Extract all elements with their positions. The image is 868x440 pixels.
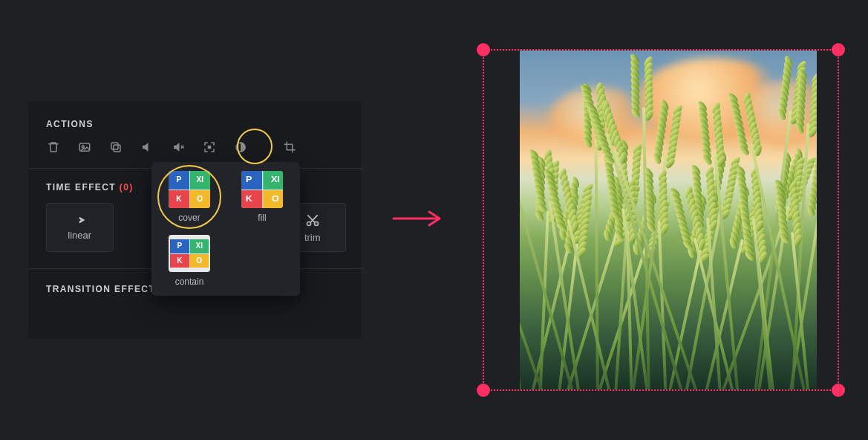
fit-option-contain[interactable]: PXI KO contain [160,235,218,287]
image-icon[interactable] [77,140,92,155]
svg-point-6 [307,221,310,225]
volume-icon[interactable] [140,140,154,155]
resize-handle-top-right[interactable] [832,43,845,56]
selection-rect[interactable] [483,49,839,391]
effect-trim-label: trim [304,232,321,243]
actions-heading: ACTIONS [46,119,346,129]
fit-contain-label: contain [175,276,204,287]
preview-canvas [472,40,849,400]
effect-linear[interactable]: linear [46,203,114,252]
trash-icon[interactable] [46,140,61,155]
fit-option-fill[interactable]: PXI KO fill [233,171,291,223]
svg-point-7 [314,221,318,225]
fit-cover-label: cover [178,213,200,223]
effect-linear-label: linear [68,230,91,241]
fit-icon[interactable] [202,140,217,155]
fit-mode-popover: PXI KO cover PXI KO fill PXI KO contain [151,162,300,296]
svg-rect-3 [111,143,118,149]
svg-rect-2 [114,145,120,152]
resize-handle-top-left[interactable] [477,43,490,56]
copy-icon[interactable] [108,140,123,155]
mute-icon[interactable] [171,140,186,155]
svg-rect-4 [209,146,211,149]
arrow-icon [392,210,444,230]
crop-icon[interactable] [282,140,297,155]
time-effect-label: TIME EFFECT [46,182,116,192]
svg-point-1 [82,146,84,148]
fit-option-cover[interactable]: PXI KO cover [160,171,218,223]
time-effect-count: (0) [120,182,134,192]
contrast-icon[interactable] [233,140,248,155]
resize-handle-bottom-left[interactable] [477,384,490,397]
fit-fill-label: fill [258,213,266,223]
resize-handle-bottom-right[interactable] [832,384,845,397]
